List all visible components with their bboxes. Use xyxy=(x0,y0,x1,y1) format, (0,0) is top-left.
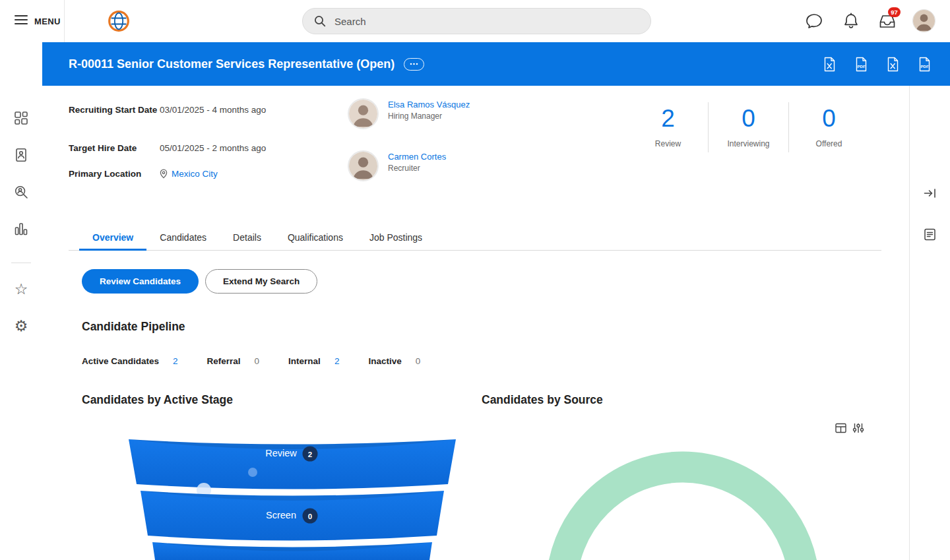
job-tabs: Overview Candidates Details Qualificatio… xyxy=(69,224,881,251)
sidebar-item-reports[interactable] xyxy=(0,222,42,239)
stat-interviewing-count[interactable]: 0 xyxy=(709,106,788,131)
sidebar-item-candidate-search[interactable] xyxy=(0,185,42,202)
count-active-candidates: Active Candidates 2 xyxy=(82,356,178,366)
dashboard-grid-icon xyxy=(14,111,28,128)
profile-avatar[interactable] xyxy=(912,9,935,32)
more-options-button[interactable] xyxy=(404,58,424,71)
source-chart-title: Candidates by Source xyxy=(482,393,603,407)
export-pdf-icon-2[interactable]: PDF xyxy=(918,57,932,72)
search-input[interactable] xyxy=(326,9,650,34)
star-icon: ☆ xyxy=(15,282,28,297)
sidebar-item-dashboard[interactable] xyxy=(0,111,42,128)
funnel-stage-review-count: 2 xyxy=(308,451,312,458)
location-pin-icon xyxy=(160,169,168,182)
stage-stats: 2 Review 0 Interviewing 0 Offered xyxy=(628,102,869,152)
funnel-stage-screen-count: 0 xyxy=(308,513,312,520)
donut-chart[interactable] xyxy=(482,416,877,560)
primary-location-link[interactable]: Mexico City xyxy=(172,168,218,180)
global-search xyxy=(302,8,651,34)
field-value: 05/01/2025 - 2 months ago xyxy=(160,142,266,154)
svg-text:PDF: PDF xyxy=(858,65,866,69)
bar-chart-icon xyxy=(14,222,28,239)
count-inactive: Inactive 0 xyxy=(368,356,420,366)
field-label: Primary Location xyxy=(69,168,160,181)
field-label: Recruiting Start Date xyxy=(69,104,160,116)
extend-my-search-button[interactable]: Extend My Search xyxy=(205,269,317,294)
stat-review-count[interactable]: 2 xyxy=(628,106,708,131)
stat-offered-label: Offered xyxy=(789,139,869,148)
export-excel-icon-2[interactable] xyxy=(886,57,900,72)
field-value: 03/01/2025 - 4 months ago xyxy=(160,104,266,116)
tab-qualifications[interactable]: Qualifications xyxy=(274,224,356,251)
count-label: Active Candidates xyxy=(82,356,159,366)
export-pdf-icon[interactable]: PDF xyxy=(854,57,868,72)
workday-recruiting-page: MENU 97 xyxy=(0,0,950,560)
count-value-link[interactable]: 2 xyxy=(334,356,340,366)
recruiter-avatar xyxy=(348,150,379,181)
candidates-by-stage-funnel: Review 2 Screen 0 xyxy=(114,429,470,560)
job-title: R-00011 Senior Customer Services Represe… xyxy=(69,57,395,71)
stat-offered-count[interactable]: 0 xyxy=(789,106,869,131)
requisition-document-icon xyxy=(14,148,28,165)
count-value: 0 xyxy=(255,356,260,366)
left-nav-sidebar: ☆ ⚙ xyxy=(0,42,42,560)
stage-chart-title: Candidates by Active Stage xyxy=(82,393,233,407)
recruiter-card: Carmen Cortes Recruiter xyxy=(348,150,446,181)
sidebar-item-requisitions[interactable] xyxy=(0,148,42,165)
funnel-bubble-small xyxy=(248,468,257,477)
count-label: Referral xyxy=(207,356,241,366)
hiring-manager-avatar xyxy=(348,98,379,129)
count-value: 0 xyxy=(416,356,421,366)
review-candidates-button[interactable]: Review Candidates xyxy=(82,269,199,294)
count-referral: Referral 0 xyxy=(207,356,260,366)
sidebar-item-favorites[interactable]: ☆ xyxy=(0,280,42,297)
tab-details[interactable]: Details xyxy=(220,224,274,251)
menu-label: MENU xyxy=(34,16,61,26)
collapse-panel-icon[interactable] xyxy=(910,186,950,201)
candidate-pipeline-title: Candidate Pipeline xyxy=(82,320,185,334)
search-icon xyxy=(314,15,326,27)
topbar: MENU 97 xyxy=(0,0,950,42)
chat-button[interactable] xyxy=(804,12,824,30)
stat-interviewing: 0 Interviewing xyxy=(709,106,788,148)
hiring-manager-role: Hiring Manager xyxy=(388,111,470,121)
field-target-hire-date: Target Hire Date 05/01/2025 - 2 months a… xyxy=(69,142,266,154)
funnel-chart[interactable]: Review 2 Screen 0 xyxy=(114,429,470,560)
candidates-by-source-donut xyxy=(482,416,877,560)
notes-icon[interactable] xyxy=(910,227,950,241)
topbar-divider xyxy=(64,0,65,42)
menu-button[interactable]: MENU xyxy=(15,9,61,33)
tab-job-postings[interactable]: Job Postings xyxy=(356,224,435,251)
pipeline-counts: Active Candidates 2 Referral 0 Internal … xyxy=(82,356,420,366)
stat-offered: 0 Offered xyxy=(789,106,869,148)
recruiter-name-link[interactable]: Carmen Cortes xyxy=(388,152,446,162)
count-label: Internal xyxy=(288,356,321,366)
field-recruiting-start-date: Recruiting Start Date 03/01/2025 - 4 mon… xyxy=(69,104,266,116)
tab-overview[interactable]: Overview xyxy=(79,224,146,251)
action-buttons: Review Candidates Extend My Search xyxy=(82,269,317,294)
stat-interviewing-label: Interviewing xyxy=(709,139,788,148)
sidebar-item-settings[interactable]: ⚙ xyxy=(0,317,42,334)
tab-candidates[interactable]: Candidates xyxy=(146,224,220,251)
job-header-bar: R-00011 Senior Customer Services Represe… xyxy=(42,42,950,86)
hamburger-icon xyxy=(15,15,28,28)
field-primary-location: Primary Location Mexico City xyxy=(69,168,218,181)
notifications-bell-button[interactable] xyxy=(841,12,861,30)
inbox-count-badge: 97 xyxy=(888,7,901,17)
export-excel-icon[interactable] xyxy=(823,57,837,72)
hiring-manager-name-link[interactable]: Elsa Ramos Vásquez xyxy=(388,100,470,109)
count-label: Inactive xyxy=(368,356,401,366)
search-person-icon xyxy=(14,185,28,202)
hiring-manager-card: Elsa Ramos Vásquez Hiring Manager xyxy=(348,98,470,129)
donut-ring-segment[interactable] xyxy=(561,467,804,560)
stat-review: 2 Review xyxy=(628,106,708,148)
workday-globe-logo[interactable] xyxy=(108,10,130,32)
sidebar-divider xyxy=(11,263,31,263)
count-value-link[interactable]: 2 xyxy=(173,356,178,366)
recruiter-role: Recruiter xyxy=(388,164,446,173)
field-label: Target Hire Date xyxy=(69,142,160,154)
funnel-stage-screen-label: Screen xyxy=(266,510,296,520)
svg-text:PDF: PDF xyxy=(921,65,929,69)
stat-review-label: Review xyxy=(628,139,708,148)
gear-icon: ⚙ xyxy=(15,319,28,334)
